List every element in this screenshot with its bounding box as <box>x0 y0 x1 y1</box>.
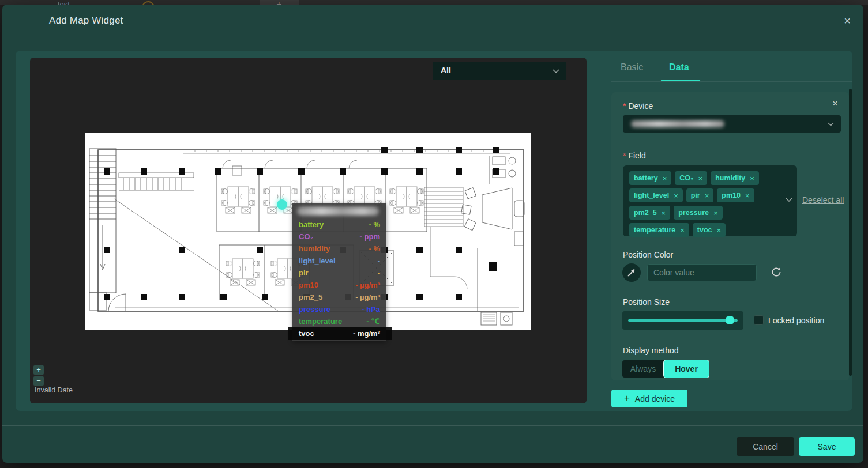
tooltip-field-name: pressure <box>299 303 330 315</box>
tooltip-row: CO₂- ppm <box>292 231 386 243</box>
add-device-button[interactable]: + Add device <box>611 390 687 407</box>
field-tag: humidity× <box>711 171 759 185</box>
tooltip-field-name: pm10 <box>299 279 318 291</box>
chevron-down-icon <box>828 122 834 126</box>
tooltip-field-value: - mg/m³ <box>353 327 380 340</box>
color-value-input[interactable] <box>647 264 757 281</box>
display-method-label: Display method <box>623 346 679 355</box>
field-tag: CO₂× <box>675 171 707 185</box>
field-label: *Field <box>623 151 646 160</box>
field-tag: pressure× <box>674 206 722 220</box>
position-size-slider[interactable] <box>622 311 743 330</box>
required-mark: * <box>623 101 626 111</box>
dialog-title: Add Map Widget <box>49 15 123 27</box>
map-zoom-in-button[interactable]: + <box>33 365 44 375</box>
tab-data[interactable]: Data <box>669 62 689 73</box>
display-method-option-always[interactable]: Always <box>622 360 664 378</box>
required-mark: * <box>623 151 626 160</box>
eyedropper-button[interactable] <box>622 263 641 282</box>
display-method-toggle: AlwaysHover <box>622 360 709 378</box>
tooltip-field-value: - ℃ <box>366 315 380 327</box>
deselect-all-link[interactable]: Deselect all <box>802 195 844 205</box>
field-tag-label: temperature <box>634 226 675 234</box>
save-button[interactable]: Save <box>799 437 855 456</box>
tooltip-field-name: pm2_5 <box>299 291 322 303</box>
field-tag: tvoc× <box>693 223 726 237</box>
slider-thumb[interactable] <box>726 316 734 324</box>
tooltip-field-value: - ppm <box>360 231 380 243</box>
tag-remove-icon[interactable]: × <box>750 174 754 183</box>
tooltip-field-value: - <box>378 255 380 267</box>
refresh-color-icon[interactable] <box>771 266 782 278</box>
position-size-label: Position Size <box>623 297 670 307</box>
field-tag: pm2_5× <box>629 206 670 220</box>
eyedropper-icon <box>626 267 637 278</box>
field-tag: battery× <box>629 171 671 185</box>
dialog-header: Add Map Widget × <box>2 5 863 37</box>
field-tag-label: pm2_5 <box>634 209 657 217</box>
tooltip-row-list: battery- %CO₂- ppmhumidity- %light_level… <box>292 218 386 340</box>
locked-position-label: Locked position <box>768 316 824 325</box>
tooltip-row: pm2_5- µg/m³ <box>292 291 386 303</box>
tooltip-row: pm10- µg/m³ <box>292 279 386 291</box>
device-name-redacted <box>297 207 379 216</box>
plus-icon: + <box>624 392 630 404</box>
device-select[interactable] <box>623 115 841 133</box>
field-tag: temperature× <box>629 223 689 237</box>
position-color-label: Position Color <box>623 250 673 259</box>
locked-position-checkbox[interactable] <box>754 315 764 325</box>
tag-remove-icon[interactable]: × <box>745 191 750 200</box>
field-tag-list: battery×CO₂×humidity×light_level×pir×pm1… <box>627 169 783 239</box>
tag-remove-icon[interactable]: × <box>713 209 718 217</box>
tooltip-row: temperature- ℃ <box>292 315 386 327</box>
tag-remove-icon[interactable]: × <box>663 174 667 183</box>
tooltip-field-value: - % <box>369 243 381 255</box>
slider-track[interactable] <box>628 319 738 322</box>
tooltip-row: pressure- hPa <box>292 303 386 315</box>
tag-remove-icon[interactable]: × <box>674 191 678 200</box>
footer-divider <box>2 425 863 426</box>
tab-basic[interactable]: Basic <box>621 62 643 73</box>
tooltip-field-value: - µg/m³ <box>355 291 380 303</box>
chevron-down-icon <box>553 69 559 73</box>
device-config-card: × *Device *Field battery×CO₂×humidity×li… <box>611 92 849 380</box>
tag-remove-icon[interactable]: × <box>698 174 703 183</box>
cancel-button[interactable]: Cancel <box>737 437 794 456</box>
field-tag: pm10× <box>717 188 754 202</box>
tag-remove-icon[interactable]: × <box>717 226 722 235</box>
tooltip-device-name <box>292 203 386 218</box>
device-position-marker[interactable] <box>277 199 287 210</box>
tooltip-field-name: humidity <box>299 243 330 255</box>
tooltip-field-value: - <box>378 267 380 279</box>
tag-remove-icon[interactable]: × <box>705 191 709 200</box>
device-select-value-redacted <box>631 120 724 127</box>
field-tag-label: pressure <box>678 209 709 217</box>
field-multiselect[interactable]: battery×CO₂×humidity×light_level×pir×pm1… <box>623 165 797 236</box>
field-tag-label: CO₂ <box>679 174 693 182</box>
device-tooltip: battery- %CO₂- ppmhumidity- %light_level… <box>292 203 386 341</box>
tooltip-row: battery- % <box>292 218 386 231</box>
tag-remove-icon[interactable]: × <box>680 226 685 235</box>
add-map-widget-dialog: Add Map Widget × All <box>2 5 863 463</box>
panel-scrollbar[interactable] <box>849 89 852 376</box>
remove-device-config-icon[interactable]: × <box>829 98 841 110</box>
tab-separator <box>611 81 852 82</box>
tag-remove-icon[interactable]: × <box>662 209 666 217</box>
tooltip-field-value: - % <box>369 218 381 231</box>
tooltip-field-name: light_level <box>299 255 336 267</box>
field-tag-label: light_level <box>634 191 669 199</box>
tooltip-row: tvoc- mg/m³ <box>288 327 392 340</box>
field-tag-label: pir <box>691 191 700 199</box>
tooltip-field-value: - hPa <box>362 303 380 315</box>
tooltip-field-name: tvoc <box>299 327 314 340</box>
tooltip-field-name: temperature <box>299 315 342 327</box>
map-filter-select[interactable]: All <box>433 62 566 80</box>
tooltip-row: pir- <box>292 267 386 279</box>
chevron-down-icon <box>786 198 792 202</box>
dialog-close-icon[interactable]: × <box>840 14 854 28</box>
map-filter-value: All <box>441 66 451 75</box>
tooltip-row: light_level- <box>292 255 386 267</box>
tooltip-row: humidity- % <box>292 243 386 255</box>
map-zoom-out-button[interactable]: − <box>33 376 44 386</box>
display-method-option-hover[interactable]: Hover <box>664 360 709 378</box>
